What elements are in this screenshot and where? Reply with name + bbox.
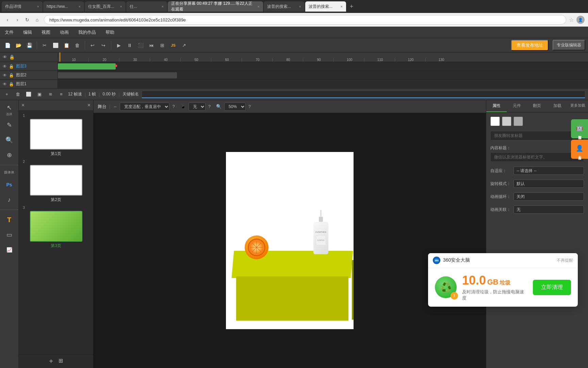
tab-bopo1-close[interactable]: × [299, 4, 301, 9]
rtab-load[interactable]: 加载 [547, 100, 568, 112]
menu-item-edit[interactable]: 编辑 [21, 28, 34, 37]
ctrl-delete[interactable]: 🗑 [14, 90, 22, 98]
tool-cut[interactable]: ✂ [40, 41, 49, 50]
ctrl-move-up[interactable]: ⬜ [24, 90, 33, 98]
tool-plus[interactable]: ⊕ [3, 149, 16, 162]
tool-save[interactable]: 💾 [24, 41, 34, 50]
zoom-help[interactable]: ? [248, 104, 251, 109]
ctrl-select-all[interactable]: ▣ [35, 90, 44, 98]
tab-nv1-close[interactable]: × [120, 4, 122, 9]
add-page-button[interactable]: + [49, 357, 53, 365]
stage-mode-help[interactable]: ? [172, 104, 175, 109]
layer-1-timeline[interactable] [58, 80, 588, 88]
forward-button[interactable]: › [13, 16, 21, 24]
tool-audio[interactable]: ♪ [3, 193, 16, 206]
tool-stop[interactable]: ⬛ [136, 41, 145, 50]
smart-customer-btn[interactable]: 🤖 智能客服 [571, 119, 588, 138]
back-button[interactable]: ‹ [3, 16, 12, 24]
keyframe-name-input[interactable] [142, 91, 585, 98]
tool-js[interactable]: JS [168, 41, 178, 50]
tool-zoom[interactable]: 🔍 [3, 134, 16, 147]
layer-3-timeline[interactable] [58, 62, 588, 71]
tool-text[interactable]: T [3, 213, 16, 226]
tool-undo[interactable]: ↩ [88, 41, 97, 50]
tool-prev[interactable]: ⏮ [147, 41, 156, 50]
tool-paste[interactable]: 📋 [62, 41, 71, 50]
tool-pause[interactable]: ⏸ [125, 41, 134, 50]
lock-icon-2[interactable]: 🔒 [9, 73, 14, 78]
lock-icon-1[interactable]: 🔒 [9, 82, 14, 87]
tab-works-close[interactable]: × [37, 4, 39, 9]
panel-close-btn2[interactable]: × [87, 102, 91, 108]
rtab-properties[interactable]: 属性 [486, 100, 507, 112]
tool-delete[interactable]: 🗑 [72, 41, 82, 50]
zoom-select[interactable]: 50% [224, 103, 246, 111]
tab-nv1[interactable]: 仕女图_百库... × [85, 1, 126, 12]
tool-select[interactable]: ↖ 选择 [3, 104, 16, 117]
tool-redo[interactable]: ↪ [99, 41, 108, 50]
tool-ps[interactable]: Ps [3, 178, 16, 191]
home-button[interactable]: ⌂ [33, 16, 41, 24]
menu-item-works[interactable]: 我的作品 [76, 28, 98, 37]
device-select[interactable]: 无 [189, 103, 206, 111]
lock-icon-3[interactable]: 🔒 [9, 64, 14, 69]
rtab-components[interactable]: 元件 [507, 100, 527, 112]
reload-button[interactable]: ↻ [23, 16, 31, 24]
panel-close-btn[interactable]: × [21, 102, 24, 108]
layer-2-timeline[interactable] [58, 71, 588, 79]
rtab-flippage[interactable]: 翻页 [527, 100, 548, 112]
ctrl-onion2[interactable]: ≡ [57, 90, 65, 98]
tab-bopo1[interactable]: 波普的搜索... × [264, 1, 305, 12]
color-swatch-white[interactable] [490, 117, 500, 126]
tool-export[interactable]: ↗ [179, 41, 189, 50]
publish-button[interactable]: 查看发布地址 [511, 40, 549, 51]
share-title-input[interactable] [490, 131, 584, 140]
stage-canvas[interactable]: JUNPING JUNPING [94, 113, 486, 368]
page-thumb-3[interactable] [30, 211, 82, 242]
import-page-button[interactable]: ⊞ [59, 357, 63, 365]
anim-link-select[interactable]: 无 [513, 205, 584, 214]
page-item-1[interactable]: 1 第1页 [21, 113, 91, 157]
tool-play[interactable]: ▶ [114, 41, 124, 50]
eye-icon-2[interactable]: 👁 [3, 73, 7, 78]
human-customer-btn[interactable]: 👤 人工客服 [571, 140, 588, 159]
layer-1-label[interactable]: 👁 🔒 图层1 [0, 80, 58, 88]
tab-bopo2-close[interactable]: × [341, 4, 343, 9]
layer-3-label[interactable]: 👁 🔒 图层3 [0, 62, 58, 71]
tab-works[interactable]: 作品详情 × [2, 1, 43, 12]
eye-icon-3[interactable]: 👁 [3, 64, 7, 69]
tab-nv2-close[interactable]: × [162, 4, 164, 9]
new-tab-button[interactable]: + [347, 2, 356, 11]
tool-pen[interactable]: ✎ [3, 119, 16, 132]
anim-loop-select[interactable]: 关闭 [513, 193, 584, 201]
tool-copy[interactable]: ⬜ [51, 41, 60, 50]
tab-url[interactable]: https://ww... × [43, 1, 84, 12]
eye-icon-1[interactable]: 👁 [3, 82, 7, 87]
tool-new[interactable]: 📄 [3, 41, 12, 50]
menu-item-file[interactable]: 文件 [3, 28, 16, 37]
stage-mode-select[interactable]: 宽度适配，垂直居中 [120, 103, 169, 111]
tab-share-close[interactable]: × [258, 4, 260, 9]
ctrl-add[interactable]: + [3, 90, 11, 98]
url-input[interactable]: https://www.mugeda.com/animation/edit/60… [44, 15, 566, 25]
tab-bopo2[interactable]: 波普的搜索... × [305, 1, 346, 12]
popup-dismiss-btn[interactable]: 不再提醒 [557, 258, 573, 263]
adapt-select[interactable]: -- 请选择 -- [513, 167, 584, 175]
pro-editor-button[interactable]: 专业版编辑器 [553, 40, 585, 50]
tool-open[interactable]: 📂 [14, 41, 23, 50]
tool-rect[interactable]: ▭ [3, 228, 16, 241]
device-help[interactable]: ? [208, 104, 211, 109]
page-thumb-1[interactable] [30, 119, 82, 150]
ctrl-onion[interactable]: ≋ [46, 90, 54, 98]
layer-2-label[interactable]: 👁 🔒 图层2 [0, 71, 58, 79]
bookmark-icon[interactable]: ☆ [569, 17, 574, 23]
menu-item-view[interactable]: 视图 [39, 28, 52, 37]
page-item-2[interactable]: 2 第2页 [21, 159, 91, 203]
popup-clean-button[interactable]: 立即清理 [533, 280, 571, 295]
page-thumb-2[interactable] [30, 165, 82, 196]
rtab-more[interactable]: 更多加载 [568, 100, 588, 112]
rotate-select[interactable]: 默认 [513, 180, 584, 188]
profile-button[interactable]: 👤 [576, 16, 585, 24]
menu-item-help[interactable]: 帮助 [103, 28, 116, 37]
menu-item-anim[interactable]: 动画 [58, 28, 71, 37]
